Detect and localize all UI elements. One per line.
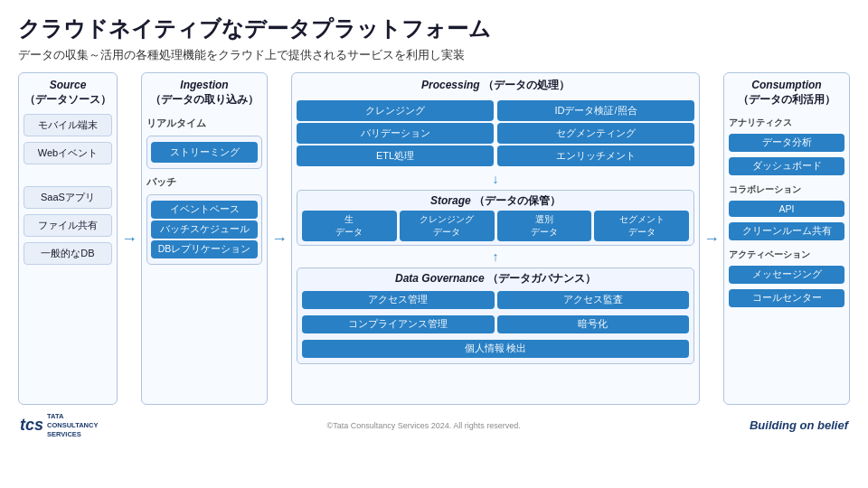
collab-item-1: クリーンルーム共有 <box>729 222 844 240</box>
gov-item-2: 個人情報 検出 <box>302 340 689 358</box>
governance-header: Data Governance （データガバナンス） <box>302 272 689 286</box>
gov-item-r1: 暗号化 <box>497 315 690 333</box>
source-item-file: ファイル共有 <box>24 214 112 237</box>
collab-label: コラボレーション <box>729 183 844 196</box>
arrow-ingestion-processing: → <box>273 230 286 249</box>
processing-section: Processing （データの処理） クレンジング バリデーション ETL処理… <box>297 79 694 168</box>
proc-left-2: ETL処理 <box>297 145 494 166</box>
tcs-logo: tcs TATA CONSULTANCY SERVICES <box>20 412 98 438</box>
footer-tagline: Building on belief <box>750 418 848 432</box>
proc-left-0: クレンジング <box>297 100 494 121</box>
ingestion-header: Ingestion （データの取り込み） <box>146 79 262 107</box>
batch-item-0: イベントベース <box>151 201 258 219</box>
footer-copyright: ©Tata Consultancy Services 2024. All rig… <box>327 421 521 430</box>
source-item-mobile: モバイル端末 <box>24 114 112 136</box>
source-inner: モバイル端末 Webイベント SaaSアプリ ファイル共有 一般的なDB <box>24 112 112 267</box>
arrow-processing-consumption: → <box>705 230 718 249</box>
activation-item-1: コールセンター <box>729 289 844 307</box>
proc-right-2: エンリッチメント <box>497 145 694 166</box>
tcs-text: TATA CONSULTANCY SERVICES <box>47 412 98 438</box>
analytics-label: アナリティクス <box>729 117 844 129</box>
storage-cell-2: 選別 データ <box>497 211 592 241</box>
batch-item-2: DBレプリケーション <box>151 240 258 258</box>
processing-header: Processing （データの処理） <box>297 79 694 93</box>
storage-cell-3: セグメント データ <box>594 211 689 241</box>
gov-item-1: コンプライアンス管理 <box>302 315 495 333</box>
batch-section: イベントベース バッチスケジュール DBレプリケーション <box>146 194 262 265</box>
proc-right-0: IDデータ検証/照合 <box>497 100 694 121</box>
storage-grid: 生 データ クレンジング データ 選別 データ セグメント データ <box>302 211 689 241</box>
consumption-column: Consumption （データの利活用） アナリティクス データ分析 ダッシュ… <box>723 72 850 405</box>
footer-left: tcs TATA CONSULTANCY SERVICES <box>20 412 98 438</box>
realtime-label: リアルタイム <box>146 117 262 130</box>
processing-top: クレンジング バリデーション ETL処理 IDデータ検証/照合 セグメンティング… <box>297 99 694 168</box>
diagram: Source （データソース） モバイル端末 Webイベント SaaSアプリ フ… <box>18 72 850 405</box>
storage-section: Storage （データの保管） 生 データ クレンジング データ 選別 データ… <box>297 190 694 247</box>
processing-column: Processing （データの処理） クレンジング バリデーション ETL処理… <box>291 72 700 405</box>
activation-item-0: メッセージング <box>729 266 844 284</box>
analytics-item-0: データ分析 <box>729 134 844 152</box>
governance-section: Data Governance （データガバナンス） アクセス管理 アクセス監査… <box>297 267 694 364</box>
arrow-source-ingestion: → <box>123 230 136 249</box>
source-column: Source （データソース） モバイル端末 Webイベント SaaSアプリ フ… <box>18 72 118 405</box>
streaming-item: ストリーミング <box>151 142 258 163</box>
source-item-db: 一般的なDB <box>24 242 112 265</box>
storage-cell-0: 生 データ <box>302 211 397 241</box>
ingestion-inner: リアルタイム ストリーミング バッチ イベントベース バッチスケジュール DBレ… <box>146 112 262 265</box>
up-arrow-1: ↑ <box>297 250 694 263</box>
source-item-web: Webイベント <box>24 142 112 164</box>
storage-header: Storage （データの保管） <box>302 194 689 209</box>
activation-label: アクティベーション <box>729 249 844 261</box>
tcs-icon: tcs <box>20 416 43 435</box>
analytics-item-1: ダッシュボード <box>729 157 844 175</box>
proc-left: クレンジング バリデーション ETL処理 <box>297 99 494 168</box>
proc-inner: Processing （データの処理） クレンジング バリデーション ETL処理… <box>297 79 694 364</box>
gov-item-0: アクセス管理 <box>302 291 495 309</box>
ingestion-column: Ingestion （データの取り込み） リアルタイム ストリーミング バッチ … <box>141 72 268 405</box>
collab-item-0: API <box>729 201 844 217</box>
source-item-saas: SaaSアプリ <box>24 186 112 209</box>
batch-label: バッチ <box>146 176 262 189</box>
storage-cell-1: クレンジング データ <box>400 211 495 241</box>
consumption-header: Consumption （データの利活用） <box>729 79 844 107</box>
footer: tcs TATA CONSULTANCY SERVICES ©Tata Cons… <box>18 412 850 438</box>
consumption-inner: アナリティクス データ分析 ダッシュボード コラボレーション API クリーンル… <box>729 112 844 309</box>
page-title: クラウドネイティブなデータプラットフォーム <box>18 14 850 43</box>
down-arrow-1: ↓ <box>297 173 694 185</box>
proc-right-1: セグメンティング <box>497 123 694 144</box>
gov-item-r0: アクセス監査 <box>497 291 690 309</box>
proc-right: IDデータ検証/照合 セグメンティング エンリッチメント <box>497 99 694 168</box>
governance-grid: アクセス管理 アクセス監査 コンプライアンス管理 暗号化 個人情報 検出 <box>302 289 689 360</box>
subtitle: データの収集～活用の各種処理機能をクラウド上で提供されるサービスを利用し実装 <box>18 47 850 63</box>
batch-item-1: バッチスケジュール <box>151 221 258 239</box>
proc-left-1: バリデーション <box>297 123 494 144</box>
realtime-section: ストリーミング <box>146 136 262 169</box>
source-header: Source （データソース） <box>24 79 112 107</box>
